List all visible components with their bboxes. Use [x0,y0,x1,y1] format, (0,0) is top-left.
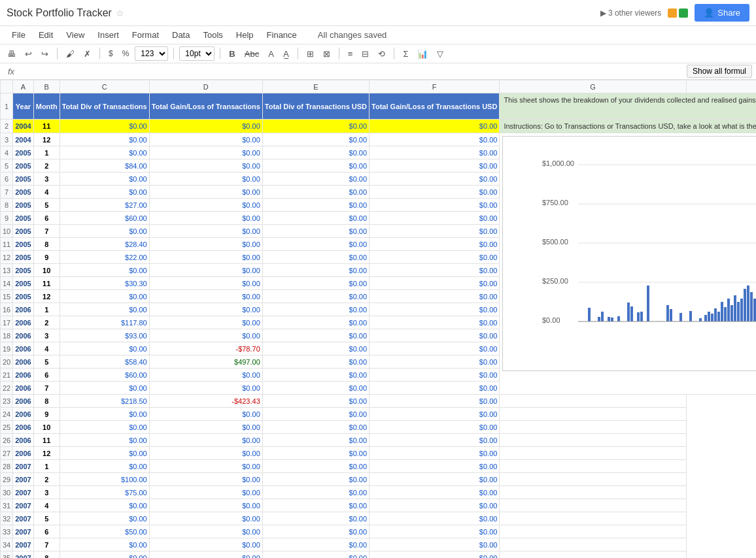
redo-btn[interactable]: ↪ [38,47,52,61]
viewers-text: ▶ 3 other viewers [600,8,662,18]
merge-btn[interactable]: ⊠ [320,47,334,61]
undo-btn[interactable]: ↩ [22,47,35,61]
svg-rect-24 [627,303,630,321]
svg-rect-30 [647,286,649,321]
svg-text:$250.00: $250.00 [542,277,568,285]
svg-text:$750.00: $750.00 [542,199,568,206]
sum-btn[interactable]: Σ [400,47,411,61]
cell-2C[interactable]: $0.00 [60,120,149,133]
col-header-D[interactable]: D [149,80,262,93]
svg-rect-43 [689,311,692,321]
dot-green [679,8,688,18]
erase-btn[interactable]: ✗ [80,47,94,61]
col-header-H[interactable]: H [686,80,756,93]
col-header-B[interactable]: B [33,80,60,93]
svg-rect-59 [744,289,746,321]
header-month: Month [33,93,60,120]
row-num-1: 1 [1,93,13,120]
fontsize-select[interactable]: 10pt 11pt 12pt [179,46,215,61]
col-header-E[interactable]: E [262,80,369,93]
spreadsheet-area: A B C D E F G H I J K L 1 Yea [0,80,756,558]
header-e: Total Div of Transactions USD [262,93,369,120]
wrap-btn[interactable]: ⊟ [358,47,372,61]
menu-finance[interactable]: Finance [262,27,302,42]
svg-text:$500.00: $500.00 [542,238,568,246]
svg-rect-21 [617,316,620,321]
cell-2F[interactable]: $0.00 [369,120,500,133]
svg-rect-48 [708,312,710,321]
svg-rect-18 [608,317,610,321]
dividends-chart: Dividends Chart $1,000.00 $750.00 $500.0… [502,136,756,371]
header-d: Total Gain/Loss of Transactions [149,93,262,120]
menu-edit[interactable]: Edit [33,27,58,42]
svg-rect-46 [699,318,702,321]
font-color-btn[interactable]: A [265,47,277,61]
zoom-select[interactable]: 123 100 [135,46,168,61]
app-title: Stock Portfolio Tracker [7,7,112,19]
print-btn[interactable]: 🖶 [4,47,19,61]
svg-rect-47 [704,315,707,321]
svg-rect-50 [714,308,717,321]
svg-rect-51 [717,312,720,321]
dividends-chart-title: Dividends Chart [503,137,756,154]
highlight-btn[interactable]: A̲ [280,47,292,61]
rotate-btn[interactable]: ⟲ [375,47,388,61]
svg-rect-37 [670,309,672,321]
percent-btn[interactable]: % [119,47,133,60]
formula-input[interactable] [22,67,683,76]
menu-data[interactable]: Data [167,27,195,42]
row-num-2: 2 [1,120,13,133]
strikethrough-btn[interactable]: Abc [241,47,262,61]
title-left: Stock Portfolio Tracker ☆ [7,7,124,19]
tb-sep4 [220,48,220,59]
svg-rect-27 [637,312,640,321]
dollar-btn[interactable]: $ [105,47,116,60]
align-btn[interactable]: ≡ [345,47,356,61]
row-2: 2 2004 11 $0.00 $0.00 $0.00 $0.00 Instru… [1,120,757,133]
corner-cell [1,80,13,93]
color-dots [668,8,688,18]
borders-btn[interactable]: ⊞ [303,47,317,61]
header-row: 1 Year Month Total Div of Transactions T… [1,93,757,120]
menu-insert[interactable]: Insert [92,27,124,42]
svg-rect-52 [721,302,723,321]
menu-view[interactable]: View [61,27,90,42]
bold-btn[interactable]: B [226,47,238,61]
svg-text:$0.00: $0.00 [542,316,560,324]
tb-sep7 [394,48,394,59]
col-header-A[interactable]: A [13,80,33,93]
col-header-G[interactable]: G [500,80,686,93]
chart-btn[interactable]: 📊 [414,47,431,61]
menu-file[interactable]: File [7,27,31,42]
svg-rect-28 [640,312,643,321]
svg-rect-62 [753,299,756,321]
dividends-legend: Total Div of Transactions Total Div of T… [503,355,756,371]
menu-bar: File Edit View Insert Format Data Tools … [0,26,756,44]
cell-2D[interactable]: $0.00 [149,120,262,133]
star-icon[interactable]: ☆ [116,8,124,18]
tb-sep3 [173,48,174,59]
paint-btn[interactable]: 🖌 [63,47,78,61]
header-year: Year [13,93,33,120]
title-right: ▶ 3 other viewers 👤 Share [600,4,749,22]
svg-rect-19 [611,318,613,321]
menu-tools[interactable]: Tools [198,27,228,42]
show-formula-btn[interactable]: Show all formul [687,65,752,78]
svg-rect-16 [601,312,604,321]
cell-2A[interactable]: 2004 [13,120,33,133]
col-header-F[interactable]: F [369,80,500,93]
share-button[interactable]: 👤 Share [695,4,749,22]
share-icon: 👤 [704,8,714,18]
svg-rect-56 [734,295,736,321]
filter-btn[interactable]: ▽ [434,47,447,61]
menu-help[interactable]: Help [231,27,259,42]
col-header-C[interactable]: C [60,80,149,93]
fx-label: fx [4,65,18,78]
cell-2E[interactable]: $0.00 [262,120,369,133]
cell-2B[interactable]: 11 [33,120,60,133]
svg-rect-53 [724,307,727,321]
svg-rect-49 [711,314,713,321]
menu-format[interactable]: Format [127,27,164,42]
svg-rect-54 [727,299,730,321]
tb-sep5 [298,48,298,59]
